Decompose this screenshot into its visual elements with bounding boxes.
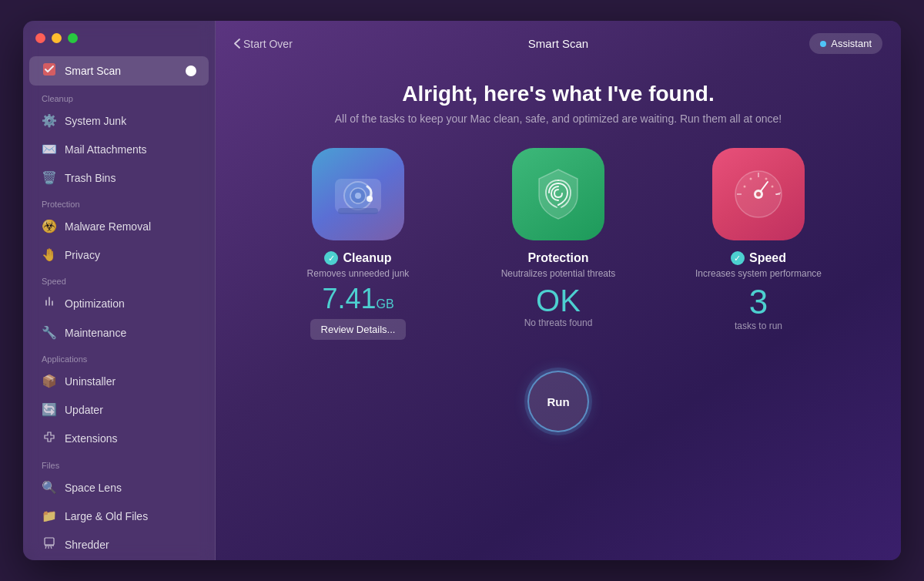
- run-button-wrapper: Run: [527, 371, 589, 432]
- sidebar-item-updater[interactable]: 🔄 Updater: [29, 396, 209, 423]
- chevron-left-icon: [234, 39, 240, 49]
- sidebar-item-system-junk[interactable]: ⚙️ System Junk: [29, 107, 209, 134]
- cleanup-card-title: Cleanup: [343, 251, 391, 265]
- updater-icon: 🔄: [42, 402, 57, 417]
- svg-rect-4: [45, 538, 54, 545]
- hero-subtitle: All of the tasks to keep your Mac clean,…: [335, 113, 782, 125]
- cleanup-icon-wrapper: [312, 148, 404, 240]
- files-section-label: Files: [23, 453, 215, 473]
- disk-icon: [327, 163, 389, 225]
- cleanup-card-value: 7.41GB: [322, 285, 393, 313]
- sidebar-item-optimization[interactable]: Optimization: [29, 290, 209, 317]
- speed-check-icon: ✓: [731, 251, 745, 265]
- extensions-icon: [42, 431, 57, 446]
- smart-scan-icon: [42, 62, 57, 79]
- fullscreen-button[interactable]: [68, 33, 78, 43]
- back-button-label: Start Over: [243, 38, 293, 50]
- cleanup-card: ✓ Cleanup Removes unneeded junk 7.41GB R…: [273, 148, 443, 340]
- cleanup-section-label: Cleanup: [23, 86, 215, 106]
- protection-card-sub: No threats found: [524, 317, 593, 328]
- sidebar-item-label: Malware Removal: [65, 220, 151, 233]
- large-old-files-icon: 📁: [42, 509, 57, 523]
- svg-point-14: [367, 196, 373, 202]
- sidebar-item-mail-attachments[interactable]: ✉️ Mail Attachments: [29, 136, 209, 163]
- svg-line-5: [45, 546, 46, 549]
- traffic-lights: [23, 33, 215, 55]
- protection-card-value: OK: [536, 285, 581, 316]
- sidebar-item-label: Shredder: [65, 539, 109, 551]
- sidebar-item-label: Space Lens: [65, 482, 122, 494]
- topbar: Start Over Smart Scan Assistant: [216, 21, 901, 66]
- assistant-button[interactable]: Assistant: [809, 33, 882, 54]
- trash-bins-icon: 🗑️: [42, 170, 57, 185]
- sidebar-item-shredder[interactable]: Shredder: [29, 531, 209, 559]
- maintenance-icon: 🔧: [42, 325, 57, 340]
- speed-title-row: ✓ Speed: [731, 251, 786, 265]
- uninstaller-icon: 📦: [42, 374, 57, 388]
- sidebar-item-privacy[interactable]: 🤚 Privacy: [29, 241, 209, 268]
- sidebar-item-label: Extensions: [65, 432, 117, 445]
- sidebar-item-label: Optimization: [65, 297, 125, 310]
- speed-card-title: Speed: [749, 251, 786, 265]
- sidebar-item-large-old-files[interactable]: 📁 Large & Old Files: [29, 502, 209, 529]
- svg-line-7: [51, 546, 52, 549]
- speed-card-value: 3: [749, 285, 768, 319]
- sidebar-item-extensions[interactable]: Extensions: [29, 425, 209, 452]
- protection-card-desc: Neutralizes potential threats: [501, 268, 616, 279]
- system-junk-icon: ⚙️: [42, 113, 57, 128]
- sidebar-item-label: Updater: [65, 404, 103, 416]
- review-details-button[interactable]: Review Details...: [310, 319, 407, 340]
- sidebar-item-uninstaller[interactable]: 📦 Uninstaller: [29, 368, 209, 395]
- shredder-icon: [42, 537, 57, 552]
- space-lens-icon: 🔍: [42, 480, 57, 495]
- speed-section-label: Speed: [23, 269, 215, 289]
- svg-point-23: [756, 192, 761, 196]
- cleanup-title-row: ✓ Cleanup: [324, 251, 391, 265]
- app-window: Smart Scan Cleanup ⚙️ System Junk ✉️ Mai…: [23, 21, 901, 560]
- speed-card-desc: Increases system performance: [695, 268, 822, 279]
- svg-point-24: [750, 178, 752, 180]
- applications-section-label: Applications: [23, 347, 215, 367]
- cards-row: ✓ Cleanup Removes unneeded junk 7.41GB R…: [246, 148, 870, 340]
- run-button[interactable]: Run: [527, 371, 589, 432]
- sidebar-item-label: Trash Bins: [65, 172, 116, 184]
- svg-point-13: [355, 193, 361, 199]
- protection-icon-wrapper: [512, 148, 604, 240]
- sidebar-item-label: Large & Old Files: [65, 510, 148, 522]
- main-content: Start Over Smart Scan Assistant Alright,…: [216, 21, 901, 560]
- sidebar-item-label: Maintenance: [65, 327, 126, 339]
- assistant-button-label: Assistant: [831, 38, 872, 49]
- speed-icon-wrapper: [712, 148, 805, 240]
- sidebar-item-malware-removal[interactable]: ☣️ Malware Removal: [29, 213, 209, 240]
- malware-removal-icon: ☣️: [42, 219, 57, 233]
- sidebar-item-smart-scan[interactable]: Smart Scan: [29, 56, 209, 86]
- protection-card: Protection Neutralizes potential threats…: [474, 148, 643, 328]
- topbar-title: Smart Scan: [528, 37, 588, 50]
- protection-title-row: Protection: [527, 251, 588, 265]
- sidebar-item-space-lens[interactable]: 🔍 Space Lens: [29, 474, 209, 501]
- back-button[interactable]: Start Over: [234, 38, 293, 50]
- mail-attachments-icon: ✉️: [42, 142, 57, 156]
- speed-card-sub: tasks to run: [735, 321, 782, 331]
- svg-point-27: [772, 186, 774, 188]
- sidebar-item-maintenance[interactable]: 🔧 Maintenance: [29, 319, 209, 346]
- sidebar-item-label: Uninstaller: [65, 375, 116, 388]
- optimization-icon: [42, 296, 57, 311]
- sidebar: Smart Scan Cleanup ⚙️ System Junk ✉️ Mai…: [23, 21, 216, 560]
- sidebar-item-label: Smart Scan: [65, 65, 121, 77]
- sidebar-item-label: System Junk: [65, 115, 126, 127]
- close-button[interactable]: [35, 33, 45, 43]
- shield-icon: [527, 163, 589, 225]
- privacy-icon: 🤚: [42, 247, 57, 262]
- content-area: Alright, here's what I've found. All of …: [216, 66, 901, 560]
- sidebar-item-trash-bins[interactable]: 🗑️ Trash Bins: [29, 164, 209, 191]
- sidebar-item-label: Privacy: [65, 249, 100, 261]
- speed-card: ✓ Speed Increases system performance 3 t…: [674, 148, 843, 331]
- gauge-icon: [728, 163, 789, 225]
- minimize-button[interactable]: [52, 33, 62, 43]
- assistant-dot: [820, 41, 826, 47]
- protection-card-title: Protection: [527, 251, 588, 265]
- svg-rect-15: [338, 208, 378, 214]
- sidebar-item-label: Mail Attachments: [65, 143, 147, 156]
- protection-section-label: Protection: [23, 192, 215, 212]
